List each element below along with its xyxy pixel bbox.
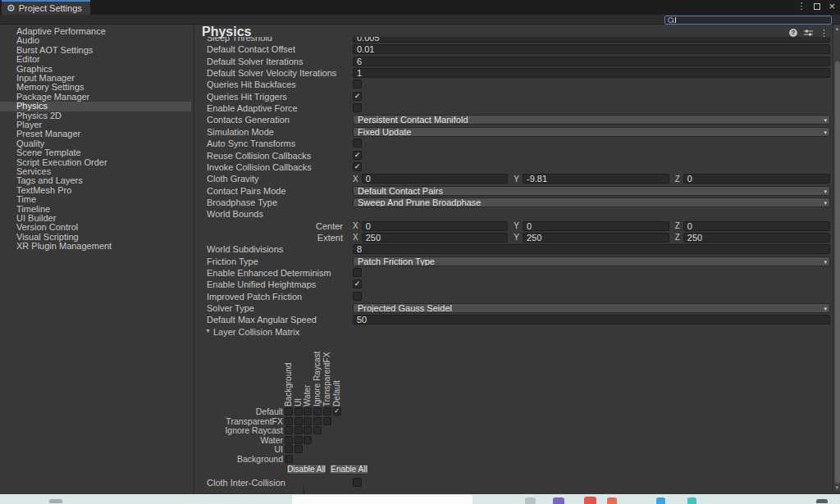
checkbox-queries-hit-backfaces[interactable] xyxy=(353,79,362,89)
dock-icon-blue[interactable] xyxy=(656,497,665,504)
vector-field-cloth-gravity-y[interactable]: -9.81 xyxy=(523,174,669,184)
dropdown-solver-type[interactable]: Projected Gauss Seidel▾ xyxy=(353,303,830,313)
vector-field-center-y[interactable]: 0 xyxy=(523,221,669,231)
checkbox-enable-adaptive-force[interactable] xyxy=(353,103,362,112)
dropdown-contacts-generation[interactable]: Persistent Contact Manifold▾ xyxy=(353,115,830,125)
setting-label-invoke-collision-callbacks: Invoke Collision Callbacks xyxy=(207,162,312,172)
setting-control: 0.01 xyxy=(353,44,830,54)
checkbox-auto-sync-transforms[interactable] xyxy=(353,138,362,148)
checkbox-invoke-collision-callbacks[interactable]: ✓ xyxy=(353,162,362,171)
sidebar-item-editor[interactable]: Editor xyxy=(0,55,191,64)
vector-field-extent-x[interactable]: 250 xyxy=(362,233,509,243)
sidebar-divider xyxy=(194,25,194,494)
matrix-checkbox-transparentfx-background[interactable] xyxy=(285,417,293,425)
matrix-checkbox-default-water[interactable] xyxy=(304,407,312,415)
matrix-checkbox-ui-ui[interactable] xyxy=(294,445,303,453)
matrix-checkbox-default-ignore-raycast[interactable] xyxy=(313,407,322,415)
dock-dots-dark[interactable] xyxy=(816,499,828,503)
checkbox-cloth-inter-collision[interactable] xyxy=(353,478,362,487)
vector-field-cloth-gravity-x[interactable]: 0 xyxy=(362,174,509,184)
text-field-world-subdivisions[interactable]: 8 xyxy=(353,244,830,254)
setting-row-broadphase-type: Broadphase TypeSweep And Prune Broadphas… xyxy=(197,197,833,208)
sidebar-item-xr-plugin-management[interactable]: XR Plugin Management xyxy=(0,242,191,251)
setting-label-layer-collision-matrix[interactable]: Layer Collision Matrix xyxy=(213,327,299,337)
vector-group: Z0 xyxy=(675,174,830,184)
vector-group: Y250 xyxy=(514,233,669,243)
dock-icon-red[interactable] xyxy=(584,497,596,504)
setting-row-contact-pairs-mode: Contact Pairs ModeDefault Contact Pairs▾ xyxy=(197,185,833,197)
matrix-checkbox-default-default[interactable]: ✓ xyxy=(333,407,341,415)
setting-row-queries-hit-triggers: Queries Hit Triggers✓ xyxy=(197,91,833,102)
maximize-icon[interactable] xyxy=(814,3,820,10)
setting-label-auto-sync-transforms: Auto Sync Transforms xyxy=(207,138,295,148)
sidebar-item-physics[interactable]: Physics xyxy=(0,102,191,111)
dock-dots[interactable] xyxy=(49,499,62,503)
matrix-checkbox-water-water[interactable] xyxy=(304,436,312,444)
axis-label-y: Y xyxy=(514,233,519,242)
scroll-up-icon[interactable]: ▲ xyxy=(833,26,840,31)
kebab-menu-icon[interactable]: ⋮ xyxy=(819,29,829,37)
vector-field-center-x[interactable]: 0 xyxy=(362,221,509,231)
button-disable-all[interactable]: Disable All xyxy=(286,464,326,474)
matrix-checkbox-background-background[interactable] xyxy=(285,455,293,463)
checkbox-enable-unified-heightmaps[interactable]: ✓ xyxy=(353,279,362,288)
setting-row-invoke-collision-callbacks: Invoke Collision Callbacks✓ xyxy=(197,161,833,173)
dropdown-broadphase-type[interactable]: Sweep And Prune Broadphase▾ xyxy=(353,198,830,207)
dropdown-contact-pairs-mode[interactable]: Default Contact Pairs▾ xyxy=(353,186,830,196)
matrix-checkbox-transparentfx-transparentfx[interactable] xyxy=(323,417,331,425)
matrix-checkbox-ignore-raycast-water[interactable] xyxy=(304,426,312,434)
dock-window-white[interactable] xyxy=(292,495,472,504)
setting-control: 8 xyxy=(353,244,830,254)
foldout-arrow-icon[interactable]: ▼ xyxy=(205,328,211,334)
matrix-checkbox-water-background[interactable] xyxy=(285,436,293,444)
vertical-scrollbar[interactable]: ▲ ▼ xyxy=(833,25,840,492)
settings-sidebar: Adaptive PerformanceAudioBurst AOT Setti… xyxy=(0,25,191,492)
vector-field-extent-y[interactable]: 250 xyxy=(523,233,669,243)
scroll-down-icon[interactable]: ▼ xyxy=(833,485,840,490)
matrix-checkbox-default-background[interactable] xyxy=(285,407,293,415)
scrollbar-thumb[interactable] xyxy=(835,61,840,484)
settings-rows: Sleep Threshold0.005Default Contact Offs… xyxy=(197,37,833,338)
text-field-default-max-angular-speed[interactable]: 50 xyxy=(353,315,830,325)
matrix-checkbox-default-transparentfx[interactable] xyxy=(323,407,331,415)
checkbox-improved-patch-friction[interactable] xyxy=(353,292,362,301)
checkbox-enable-enhanced-determinism[interactable] xyxy=(353,268,362,277)
window-menu-icon[interactable]: ⋮ xyxy=(797,1,806,11)
text-field-default-solver-velocity-iterations[interactable]: 1 xyxy=(353,68,830,78)
matrix-checkbox-transparentfx-water[interactable] xyxy=(304,417,312,425)
help-icon[interactable]: ? xyxy=(789,29,797,37)
vector-field-center-z[interactable]: 0 xyxy=(683,221,830,231)
setting-row-friction-type: Friction TypePatch Friction Type▾ xyxy=(197,256,833,267)
dropdown-friction-type[interactable]: Patch Friction Type▾ xyxy=(353,257,830,266)
search-icon xyxy=(668,17,673,23)
matrix-checkbox-ui-background[interactable] xyxy=(285,445,293,453)
matrix-checkbox-ignore-raycast-ignore-raycast[interactable] xyxy=(313,426,322,434)
dock-icon-orange[interactable] xyxy=(607,497,617,504)
dock-icon-teal[interactable] xyxy=(687,497,696,504)
sidebar-item-scene-template[interactable]: Scene Template xyxy=(0,148,191,157)
dock-icon-purple[interactable] xyxy=(553,497,564,504)
project-settings-tab[interactable]: ⚙ Project Settings xyxy=(2,0,90,15)
matrix-checkbox-transparentfx-ignore-raycast[interactable] xyxy=(313,417,322,425)
sidebar-item-time[interactable]: Time xyxy=(0,195,191,204)
text-field-default-solver-iterations[interactable]: 6 xyxy=(353,57,830,66)
vector-group: Z250 xyxy=(675,233,830,243)
search-input[interactable] xyxy=(664,16,832,25)
matrix-checkbox-default-ui[interactable] xyxy=(294,407,303,415)
matrix-checkbox-ignore-raycast-background[interactable] xyxy=(285,426,293,434)
checkbox-reuse-collision-callbacks[interactable]: ✓ xyxy=(353,151,362,160)
presets-icon[interactable] xyxy=(804,29,813,37)
dock-icon-gray[interactable] xyxy=(525,497,536,504)
matrix-checkbox-transparentfx-ui[interactable] xyxy=(294,417,303,425)
button-enable-all[interactable]: Enable All xyxy=(329,464,369,474)
close-icon[interactable]: × xyxy=(829,1,835,11)
dropdown-value: Patch Friction Type xyxy=(358,257,435,266)
checkbox-queries-hit-triggers[interactable]: ✓ xyxy=(353,92,362,101)
text-field-sleep-threshold[interactable]: 0.005 xyxy=(353,37,830,43)
matrix-checkbox-water-ui[interactable] xyxy=(294,436,303,444)
vector-field-cloth-gravity-z[interactable]: 0 xyxy=(683,174,830,184)
text-field-default-contact-offset[interactable]: 0.01 xyxy=(353,44,830,54)
matrix-checkbox-ignore-raycast-ui[interactable] xyxy=(294,426,303,434)
vector-field-extent-z[interactable]: 250 xyxy=(683,233,830,243)
dropdown-simulation-mode[interactable]: Fixed Update▾ xyxy=(353,127,830,137)
